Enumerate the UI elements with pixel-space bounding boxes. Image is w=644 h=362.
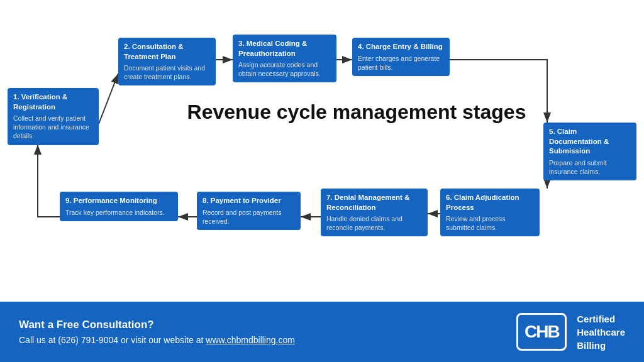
stage-box-box5: 5. Claim Documentation & SubmissionPrepa… — [543, 123, 636, 180]
stage-desc-box1: Collect and verify patient information a… — [13, 114, 93, 141]
stage-desc-box7: Handle denied claims and reconcile payme… — [326, 214, 422, 232]
consult-title: Want a Free Consultation? — [19, 319, 516, 331]
stage-box-box7: 7. Denial Management & ReconciliationHan… — [321, 189, 428, 236]
main-area: Revenue cycle management stages 1. Verif… — [0, 0, 644, 302]
footer-left: Want a Free Consultation? Call us at (62… — [19, 319, 516, 345]
stage-title-box3: 3. Medical Coding & Preauthorization — [238, 39, 331, 58]
stage-title-box6: 6. Claim Adjudication Process — [446, 193, 534, 212]
stage-box-box2: 2. Consultation & Treatment PlanDocument… — [118, 38, 216, 85]
stage-desc-box9: Track key performance indicators. — [65, 208, 172, 217]
stage-desc-box4: Enter charges and generate patient bills… — [358, 54, 444, 72]
footer-tagline: Certified Healthcare Billing — [577, 312, 625, 352]
chb-logo: CHB — [516, 313, 567, 351]
tagline-line2: Healthcare — [577, 326, 625, 339]
stage-title-box2: 2. Consultation & Treatment Plan — [124, 42, 210, 62]
stage-box-box3: 3. Medical Coding & PreauthorizationAssi… — [233, 35, 336, 82]
stage-title-box4: 4. Charge Entry & Billing — [358, 42, 444, 52]
stage-box-box4: 4. Charge Entry & BillingEnter charges a… — [352, 38, 450, 76]
website-link[interactable]: www.chbmdbilling.com — [206, 335, 295, 345]
tagline-line3: Billing — [577, 339, 625, 352]
consult-contact: Call us at (626) 791-9004 or visit our w… — [19, 335, 516, 345]
stage-title-box8: 8. Payment to Provider — [203, 196, 295, 206]
stage-box-box1: 1. Verification & RegistrationCollect an… — [8, 88, 99, 145]
stage-title-box9: 9. Performance Monitoring — [65, 196, 172, 206]
footer-right: CHB Certified Healthcare Billing — [516, 312, 625, 352]
stage-box-box6: 6. Claim Adjudication ProcessReview and … — [440, 189, 540, 236]
stage-box-box8: 8. Payment to ProviderRecord and post pa… — [197, 192, 301, 230]
stage-box-box9: 9. Performance MonitoringTrack key perfo… — [60, 192, 178, 221]
svg-line-0 — [99, 74, 118, 124]
stage-desc-box8: Record and post payments received. — [203, 208, 295, 226]
page-title: Revenue cycle management stages — [107, 101, 606, 124]
tagline-line1: Certified — [577, 312, 625, 326]
stage-desc-box5: Prepare and submit insurance claims. — [549, 158, 631, 176]
stage-desc-box3: Assign accurate codes and obtain necessa… — [238, 60, 331, 78]
stage-title-box5: 5. Claim Documentation & Submission — [549, 127, 631, 156]
consult-text: Call us at (626) 791-9004 or visit our w… — [19, 335, 206, 345]
footer: Want a Free Consultation? Call us at (62… — [0, 302, 644, 362]
stage-title-box1: 1. Verification & Registration — [13, 92, 93, 112]
stage-desc-box6: Review and process submitted claims. — [446, 214, 534, 232]
stage-title-box7: 7. Denial Management & Reconciliation — [326, 193, 422, 212]
stage-desc-box2: Document patient visits and create treat… — [124, 63, 210, 81]
